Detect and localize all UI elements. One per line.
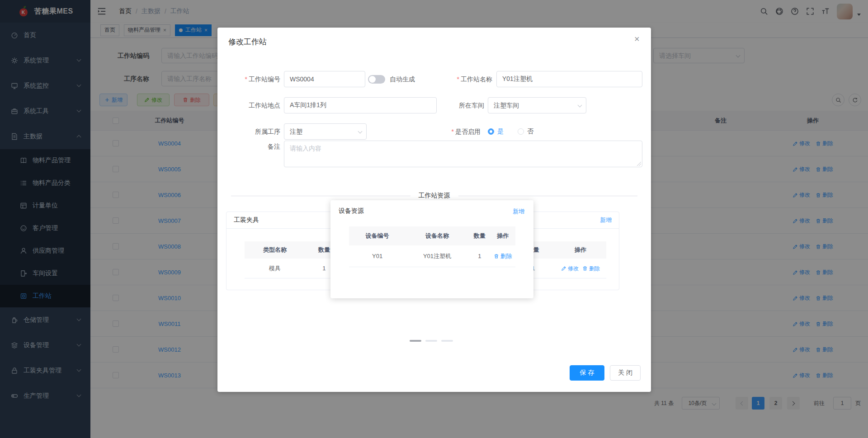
trash-icon xyxy=(494,254,499,259)
close-icon[interactable] xyxy=(634,34,640,44)
location-label: 工作站地点 xyxy=(217,97,280,113)
required-asterisk: * xyxy=(452,128,454,135)
section-title: 工作站资源 xyxy=(217,192,651,200)
radio-dot-icon xyxy=(488,128,494,135)
enable-no-radio[interactable]: 否 xyxy=(518,123,533,140)
required-asterisk: * xyxy=(457,75,459,83)
carousel-dot-1[interactable] xyxy=(410,340,421,342)
edit-workstation-dialog: 修改工作站 *工作站编号 自动生成 *工作站名称 工作站地点 所在车间 注塑车间… xyxy=(217,28,651,392)
carousel-dot-3[interactable] xyxy=(441,340,453,342)
chevron-down-icon xyxy=(578,103,582,108)
popup-add-link[interactable]: 新增 xyxy=(513,207,524,216)
chevron-down-icon xyxy=(358,129,363,134)
workshop-label: 所在车间 xyxy=(390,97,484,113)
toggle-knob xyxy=(369,76,376,83)
trash-icon xyxy=(582,266,588,271)
edit-icon xyxy=(561,266,566,271)
code-label: *工作站编号 xyxy=(217,71,280,87)
equipment-table-header: 设备编号 设备名称 数量 操作 xyxy=(349,226,515,245)
resource-edit-link[interactable]: 修改 xyxy=(561,259,579,278)
resource-delete-link[interactable]: 删除 xyxy=(582,259,600,278)
app-root: 苦糖果MES 首页 系统管理 系统监控 系统工具 主数据 xyxy=(0,0,868,438)
code-input[interactable] xyxy=(284,71,365,87)
radio-dot-icon xyxy=(518,128,524,135)
remark-label: 备注 xyxy=(217,141,280,151)
equipment-table-row: Y01 Y01注塑机 1 删除 xyxy=(349,245,515,267)
name-label: *工作站名称 xyxy=(398,71,492,87)
process-label: 所属工序 xyxy=(217,123,280,140)
enable-label: *是否启用 xyxy=(387,123,481,140)
remark-textarea[interactable] xyxy=(284,141,642,167)
name-input[interactable] xyxy=(496,71,642,87)
enable-yes-radio[interactable]: 是 xyxy=(488,123,504,140)
save-button[interactable]: 保 存 xyxy=(570,365,604,381)
dialog-title: 修改工作站 xyxy=(228,37,267,47)
equipment-table: 设备编号 设备名称 数量 操作 Y01 Y01注塑机 1 删除 xyxy=(349,226,515,267)
resize-grip-icon[interactable] xyxy=(637,162,641,166)
carousel-indicators xyxy=(410,340,453,342)
popup-title: 设备资源 xyxy=(339,207,364,215)
required-asterisk: * xyxy=(245,75,247,83)
close-button[interactable]: 关 闭 xyxy=(610,365,641,381)
autogen-toggle[interactable] xyxy=(368,75,385,84)
process-select[interactable]: 注塑 xyxy=(284,123,367,140)
fixture-card-title: 工装夹具 xyxy=(234,216,259,224)
equipment-resource-popup: 设备资源 新增 设备编号 设备名称 数量 操作 Y01 Y01注塑机 1 删除 xyxy=(330,200,533,298)
resource-add-link[interactable]: 新增 xyxy=(600,216,612,224)
workshop-select[interactable]: 注塑车间 xyxy=(488,97,586,113)
equipment-delete-link[interactable]: 删除 xyxy=(494,245,512,267)
carousel-dot-2[interactable] xyxy=(425,340,437,342)
